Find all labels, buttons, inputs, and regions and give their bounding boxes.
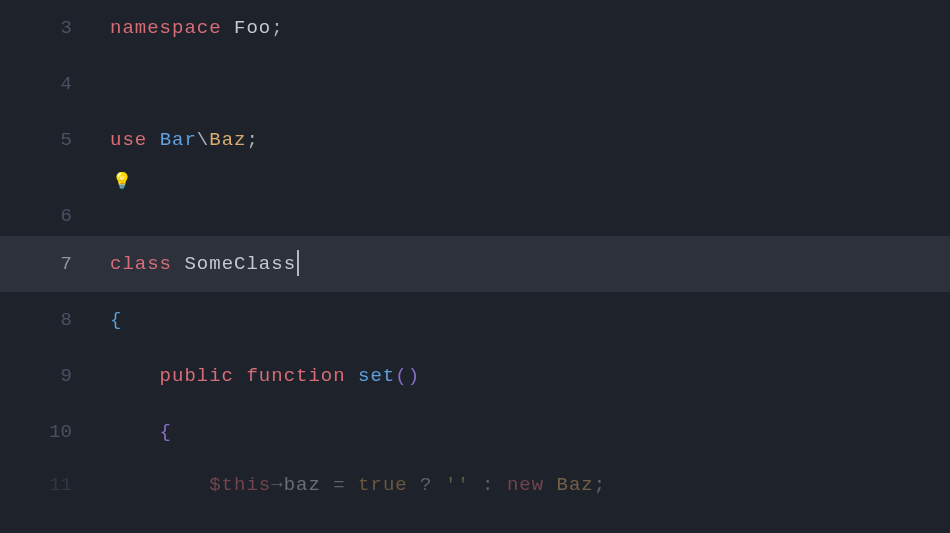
property-name: baz	[284, 474, 321, 496]
line-number: 6	[0, 205, 80, 227]
bool-literal: true	[358, 474, 408, 496]
code-hint-row: 💡	[0, 168, 950, 196]
keyword-function: function	[246, 365, 345, 387]
code-line[interactable]: 4	[0, 56, 950, 112]
code-content[interactable]: class SomeClass	[80, 251, 299, 277]
ternary-q: ?	[408, 474, 445, 496]
ternary-colon: :	[470, 474, 507, 496]
keyword-use: use	[110, 129, 147, 151]
code-content[interactable]: namespace Foo;	[80, 17, 284, 39]
namespace-separator: \	[197, 129, 209, 151]
parens: ()	[395, 365, 420, 387]
code-content[interactable]: {	[80, 309, 122, 331]
code-line-active[interactable]: 7 class SomeClass	[0, 236, 950, 292]
keyword-visibility: public	[160, 365, 234, 387]
line-number: 10	[0, 421, 80, 443]
variable-this: $this	[209, 474, 271, 496]
code-line[interactable]: 3 namespace Foo;	[0, 0, 950, 56]
line-number: 4	[0, 73, 80, 95]
keyword-class: class	[110, 253, 172, 275]
code-line[interactable]: 11 $this→baz = true ? '' : new Baz;	[0, 460, 950, 510]
code-content[interactable]: public function set()	[80, 365, 420, 387]
semicolon: ;	[594, 474, 606, 496]
code-content[interactable]: $this→baz = true ? '' : new Baz;	[80, 474, 606, 496]
code-line[interactable]: 5 use Bar\Baz;	[0, 112, 950, 168]
lightbulb-icon[interactable]: 💡	[112, 174, 132, 190]
line-number: 9	[0, 365, 80, 387]
code-content[interactable]: use Bar\Baz;	[80, 129, 259, 151]
arrow-op: →	[271, 474, 283, 496]
string-literal: ''	[445, 474, 470, 496]
code-line[interactable]: 8 {	[0, 292, 950, 348]
code-line[interactable]: 9 public function set()	[0, 348, 950, 404]
text-cursor	[297, 250, 299, 276]
code-line[interactable]: 10 {	[0, 404, 950, 460]
code-content[interactable]: {	[80, 421, 172, 443]
function-name: set	[358, 365, 395, 387]
line-number: 5	[0, 129, 80, 151]
keyword-new: new	[507, 474, 544, 496]
assign-op: =	[321, 474, 358, 496]
keyword-namespace: namespace	[110, 17, 222, 39]
class-ref: Baz	[209, 129, 246, 151]
namespace-name: Foo	[234, 17, 271, 39]
code-editor[interactable]: 3 namespace Foo; 4 5 use Bar\Baz; 💡 6 7 …	[0, 0, 950, 533]
line-number: 11	[0, 474, 80, 496]
semicolon: ;	[246, 129, 258, 151]
code-line[interactable]: 6	[0, 196, 950, 236]
semicolon: ;	[271, 17, 283, 39]
line-number: 7	[0, 253, 80, 275]
namespace-segment: Bar	[160, 129, 197, 151]
line-number: 3	[0, 17, 80, 39]
line-number: 8	[0, 309, 80, 331]
open-brace: {	[160, 421, 172, 443]
class-ref: Baz	[557, 474, 594, 496]
class-name: SomeClass	[184, 253, 296, 275]
open-brace: {	[110, 309, 122, 331]
